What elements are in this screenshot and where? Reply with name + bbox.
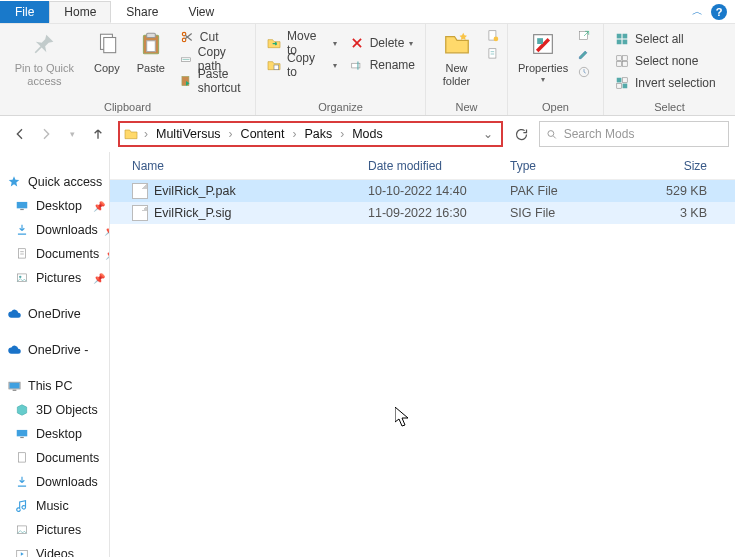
file-type: SIG File	[510, 206, 630, 220]
sidebar-this-pc[interactable]: This PC	[0, 374, 109, 398]
file-row[interactable]: EvilRick_P.pak10-10-2022 14:40PAK File52…	[110, 180, 735, 202]
file-size: 3 KB	[630, 206, 735, 220]
svg-rect-26	[623, 62, 628, 67]
svg-point-36	[19, 276, 21, 278]
svg-rect-23	[617, 56, 622, 61]
svg-rect-1	[104, 38, 116, 53]
sidebar-item[interactable]: Videos	[0, 542, 109, 557]
sidebar-item[interactable]: Documents📌	[0, 242, 109, 266]
svg-point-13	[494, 37, 499, 42]
pin-quick-access-button[interactable]: Pin to Quick access	[4, 26, 85, 90]
chevron-right-icon[interactable]: ›	[142, 127, 150, 141]
sidebar-onedrive[interactable]: OneDrive	[0, 302, 109, 326]
copy-button[interactable]: Copy	[85, 26, 129, 77]
col-name[interactable]: Name	[110, 159, 368, 173]
paste-button[interactable]: Paste	[129, 26, 173, 77]
sidebar-quick-access[interactable]: Quick access	[0, 170, 109, 194]
col-type[interactable]: Type	[510, 159, 630, 173]
rename-button[interactable]: Rename	[343, 54, 421, 76]
documents-icon	[14, 246, 30, 262]
search-input[interactable]	[564, 127, 722, 141]
file-icon	[132, 205, 148, 221]
delete-button[interactable]: Delete ▾	[343, 32, 421, 54]
select-all-button[interactable]: Select all	[608, 28, 722, 50]
breadcrumb-item[interactable]: Content	[237, 127, 289, 141]
music-icon	[14, 498, 30, 514]
svg-rect-25	[617, 62, 622, 67]
star-icon	[6, 174, 22, 190]
select-none-button[interactable]: Select none	[608, 50, 722, 72]
history-icon[interactable]	[576, 64, 592, 80]
sidebar: Quick access Desktop📌 Downloads📌 Documen…	[0, 152, 110, 557]
sidebar-onedrive[interactable]: OneDrive -	[0, 338, 109, 362]
sidebar-item[interactable]: 3D Objects	[0, 398, 109, 422]
file-row[interactable]: EvilRick_P.sig11-09-2022 16:30SIG File3 …	[110, 202, 735, 224]
file-size: 529 KB	[630, 184, 735, 198]
column-headers[interactable]: Name Date modified Type Size	[110, 152, 735, 180]
pin-icon	[28, 28, 60, 60]
svg-rect-30	[623, 84, 628, 89]
copy-to-button[interactable]: Copy to ▾	[260, 54, 343, 76]
sidebar-item[interactable]: Downloads📌	[0, 218, 109, 242]
refresh-button[interactable]	[509, 127, 533, 142]
col-size[interactable]: Size	[630, 159, 735, 173]
svg-rect-32	[17, 202, 28, 208]
help-icon[interactable]: ?	[711, 4, 727, 20]
copy-path-icon	[179, 51, 193, 67]
breadcrumb-item[interactable]: MultiVersus	[152, 127, 225, 141]
sidebar-item[interactable]: Desktop📌	[0, 194, 109, 218]
group-label-organize: Organize	[260, 99, 421, 115]
copy-icon	[91, 28, 123, 60]
tab-home[interactable]: Home	[49, 1, 111, 23]
chevron-right-icon[interactable]: ›	[290, 127, 298, 141]
sidebar-item[interactable]: Desktop	[0, 422, 109, 446]
breadcrumb-item[interactable]: Paks	[300, 127, 336, 141]
group-label-select: Select	[608, 99, 731, 115]
invert-selection-button[interactable]: Invert selection	[608, 72, 722, 94]
col-date[interactable]: Date modified	[368, 159, 510, 173]
paste-shortcut-icon	[179, 73, 193, 89]
easy-access-icon[interactable]	[485, 46, 501, 62]
properties-button[interactable]: Properties ▾	[512, 26, 574, 86]
chevron-up-icon[interactable]: ︿	[692, 4, 703, 19]
move-to-icon	[266, 35, 282, 51]
downloads-icon	[14, 474, 30, 490]
up-button[interactable]	[88, 124, 108, 144]
open-icon[interactable]	[576, 28, 592, 44]
tab-view[interactable]: View	[173, 1, 229, 23]
sidebar-item[interactable]: Downloads	[0, 470, 109, 494]
address-bar[interactable]: › MultiVersus › Content › Paks › Mods ⌄	[118, 121, 503, 147]
back-button[interactable]	[10, 124, 30, 144]
breadcrumb-item[interactable]: Mods	[348, 127, 387, 141]
pc-icon	[6, 378, 22, 394]
rename-icon	[349, 57, 365, 73]
tab-file[interactable]: File	[0, 1, 49, 23]
edit-icon[interactable]	[576, 46, 592, 62]
address-dropdown[interactable]: ⌄	[477, 127, 499, 141]
pin-icon: 📌	[93, 201, 105, 212]
recent-dropdown[interactable]: ▾	[62, 124, 82, 144]
forward-button[interactable]	[36, 124, 56, 144]
invert-selection-icon	[614, 75, 630, 91]
chevron-right-icon[interactable]: ›	[227, 127, 235, 141]
paste-shortcut-button[interactable]: Paste shortcut	[173, 70, 251, 92]
pictures-icon	[14, 522, 30, 538]
new-folder-button[interactable]: New folder	[430, 26, 483, 90]
svg-point-31	[548, 130, 554, 136]
sidebar-item[interactable]: Pictures📌	[0, 266, 109, 290]
file-name: EvilRick_P.pak	[154, 184, 236, 198]
new-item-icon[interactable]	[485, 28, 501, 44]
desktop-icon	[14, 426, 30, 442]
svg-rect-34	[19, 249, 26, 258]
sidebar-item[interactable]: Documents	[0, 446, 109, 470]
sidebar-item[interactable]: Pictures	[0, 518, 109, 542]
svg-rect-39	[12, 389, 16, 390]
chevron-right-icon[interactable]: ›	[338, 127, 346, 141]
svg-rect-9	[274, 65, 279, 70]
folder-icon	[122, 125, 140, 143]
file-date: 11-09-2022 16:30	[368, 206, 510, 220]
search-box[interactable]	[539, 121, 729, 147]
file-type: PAK File	[510, 184, 630, 198]
tab-share[interactable]: Share	[111, 1, 173, 23]
sidebar-item[interactable]: Music	[0, 494, 109, 518]
